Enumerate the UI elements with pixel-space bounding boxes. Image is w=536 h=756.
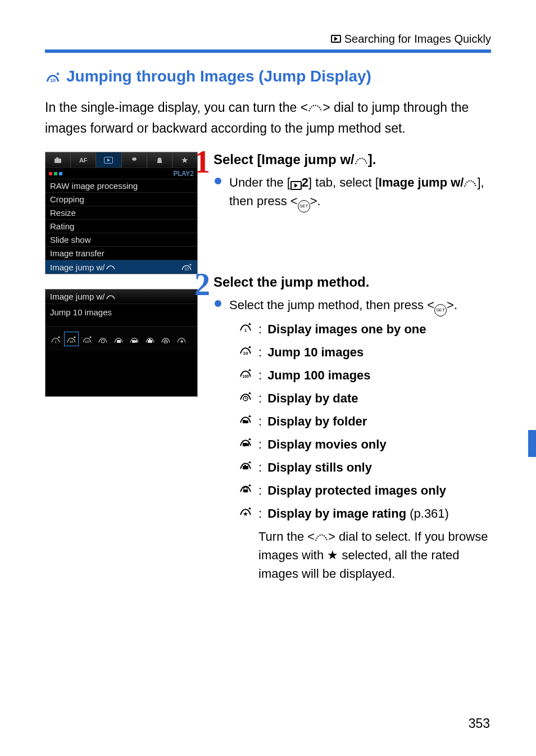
svg-text:10: 10: [50, 78, 56, 83]
jump-10-glyph: 10: [180, 262, 193, 273]
jump-folder-symbol: [238, 412, 253, 424]
tab-number: 2: [302, 175, 308, 189]
jump-item-folder: : Display by folder: [238, 412, 491, 431]
svg-line-20: [246, 399, 247, 399]
svg-rect-13: [149, 339, 151, 340]
svg-rect-12: [148, 340, 152, 343]
jump-item-rating: ★ : Display by image rating (p.361): [238, 504, 491, 523]
svg-text:1: 1: [54, 340, 57, 343]
jump-date-icon: [96, 332, 110, 346]
section-side-tab: [528, 430, 536, 457]
star-icon: ★: [327, 548, 338, 562]
jump-item-10: 10 : Jump 10 images: [238, 343, 491, 361]
rating-extra-text: Turn the <> dial to select. If you brows…: [212, 527, 491, 583]
svg-rect-1: [54, 159, 61, 163]
svg-text:10: 10: [70, 340, 74, 343]
step2-bullet: Select the jump method, then press <SET>…: [212, 296, 491, 316]
jump-item-1: 1 : Display images one by one: [238, 320, 491, 338]
t: >.: [310, 194, 321, 208]
tab-mymenu: ★: [172, 152, 197, 168]
svg-text:★: ★: [180, 339, 184, 343]
jump-1-symbol: 1: [238, 320, 253, 332]
step-1: 1 Select [Image jump w/]. Under the [2] …: [212, 152, 491, 212]
jump-section-icon: 10: [45, 70, 61, 83]
svg-rect-22: [243, 466, 248, 469]
t: >.: [447, 298, 457, 312]
panel2-title: Image jump w/: [46, 289, 197, 304]
main-dial-icon: [308, 98, 322, 119]
playback-icon: [331, 35, 341, 43]
set-button-icon: SET: [298, 200, 310, 212]
menu-item: Cropping: [46, 193, 197, 206]
page-number: 353: [469, 716, 490, 731]
menu-item: Resize: [46, 206, 197, 220]
menu-tabs: AF ★: [46, 152, 197, 168]
jump-item-100: 100 : Jump 100 images: [238, 366, 491, 384]
menu-subtabs: PLAY2: [46, 168, 197, 179]
jump-item-still: : Display stills only: [238, 458, 491, 477]
playback-tab-icon: [290, 181, 302, 190]
jump-item-date: : Display by date: [238, 389, 491, 408]
camera-menu-screenshot: AF ★ PLAY2 RAW image processing Cropping…: [45, 152, 198, 274]
step1-title: Select [Image jump w/].: [212, 152, 491, 168]
jump-1-icon: 1: [49, 332, 62, 346]
t: Image jump w/: [379, 175, 464, 189]
svg-rect-11: [132, 340, 135, 343]
jump-still-icon: [143, 332, 157, 346]
panel2-desc: Jump 10 images: [46, 304, 197, 327]
step1-bullet: Under the [2] tab, select [Image jump w/…: [212, 173, 491, 212]
svg-rect-2: [56, 157, 58, 159]
menu-item: Rating: [46, 220, 197, 233]
jump-method-list: 1 : Display images one by one 10 : Jump …: [212, 320, 491, 523]
page-dots: [49, 172, 62, 175]
jump-10-symbol: 10: [238, 343, 253, 355]
tab-playback: [96, 152, 121, 168]
jump-rating-symbol: ★: [238, 504, 253, 517]
svg-rect-23: [244, 465, 246, 466]
tab-custom: [147, 152, 172, 168]
heading-rule: [45, 49, 491, 53]
page-ref: (p.361): [406, 506, 449, 520]
svg-text:10: 10: [184, 267, 189, 271]
menu-item-selected: Image jump w/ 10: [46, 260, 197, 274]
svg-point-4: [157, 157, 161, 161]
jump-item-protect: : Display protected images only: [238, 481, 491, 500]
jump-method-icons: 1 10 100 ★: [46, 327, 197, 351]
step-2: 2 Select the jump method. Select the jum…: [212, 274, 491, 583]
menu-item: Slide show: [46, 233, 197, 247]
play2-label: PLAY2: [174, 170, 194, 178]
set-button-icon: SET: [434, 304, 447, 316]
menu-item: RAW image processing: [46, 179, 197, 193]
t: Under the [: [229, 175, 290, 189]
menu-item: Image transfer: [46, 247, 197, 260]
svg-text:100: 100: [85, 340, 90, 343]
svg-point-9: [101, 339, 105, 343]
jump-still-symbol: [238, 458, 253, 470]
menu-item-label: Image jump w/: [50, 262, 105, 272]
t: Select the jump method, then press <: [229, 298, 434, 312]
tab-af: AF: [71, 152, 96, 168]
jump-100-icon: 100: [80, 332, 94, 346]
step-number-2: 2: [194, 269, 210, 300]
t: ] tab, select [: [308, 175, 379, 189]
jump-protect-symbol: [238, 481, 253, 494]
menu-list: RAW image processing Cropping Resize Rat…: [46, 179, 197, 274]
svg-text:100: 100: [242, 374, 249, 378]
jump-item-movie: : Display movies only: [238, 435, 491, 454]
section-heading: 10 Jumping through Images (Jump Display): [45, 67, 491, 85]
breadcrumb: Searching for Images Quickly: [0, 31, 536, 46]
svg-text:10: 10: [243, 351, 248, 355]
jump-date-symbol: [238, 389, 253, 401]
jump-rating-icon: ★: [175, 332, 188, 346]
step2-title: Select the jump method.: [212, 274, 491, 290]
jump-100-symbol: 100: [238, 366, 253, 378]
intro-pre: In the single-image display, you can tur…: [45, 100, 308, 115]
intro-paragraph: In the single-image display, you can tur…: [45, 98, 491, 138]
step-number-1: 1: [194, 146, 210, 178]
svg-text:1: 1: [244, 328, 247, 332]
svg-rect-24: [243, 490, 248, 492]
jump-movie-symbol: [238, 435, 253, 447]
jump-movie-icon: [128, 332, 141, 346]
svg-text:★: ★: [243, 510, 248, 517]
svg-rect-21: [243, 443, 247, 446]
